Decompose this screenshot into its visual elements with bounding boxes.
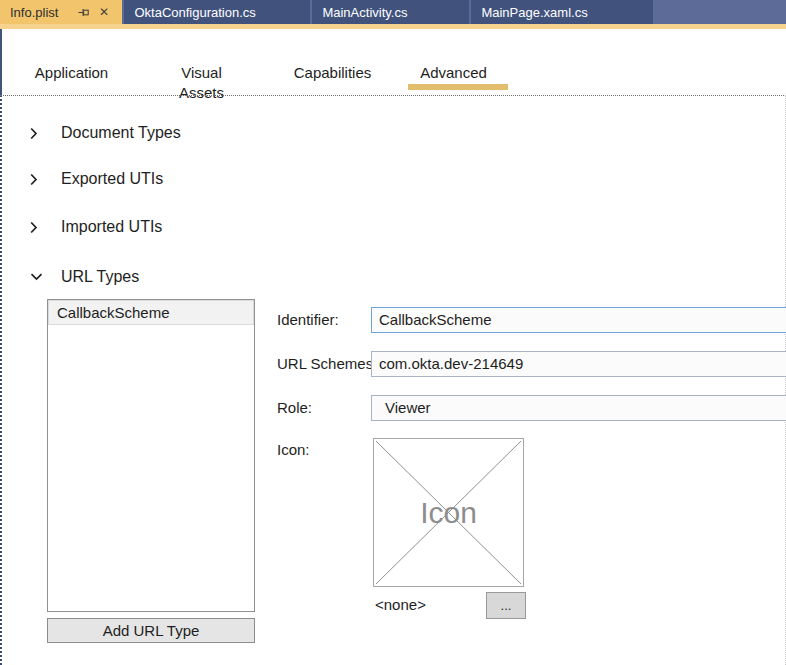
tab-label: MainActivity.cs — [322, 5, 407, 20]
close-icon[interactable]: ✕ — [95, 4, 112, 21]
chevron-right-icon — [30, 173, 44, 186]
pin-icon[interactable] — [75, 4, 92, 21]
plist-editor-content: Application Visual Assets Capabilities A… — [0, 29, 786, 665]
role-label: Role: — [277, 399, 312, 416]
identifier-input[interactable]: CallbackScheme — [371, 307, 786, 333]
tab-info-plist[interactable]: Info.plist ✕ — [0, 0, 122, 24]
add-url-type-button[interactable]: Add URL Type — [47, 618, 255, 643]
icon-browse-button[interactable]: ... — [486, 592, 526, 619]
tab-visual-assets[interactable]: Visual Assets — [160, 63, 243, 83]
tab-advanced[interactable]: Advanced — [417, 63, 490, 83]
chevron-right-icon — [30, 221, 44, 234]
icon-label: Icon: — [277, 441, 310, 458]
tab-label: MainPage.xaml.cs — [481, 5, 587, 20]
chevron-right-icon — [30, 127, 44, 140]
url-schemes-label: URL Schemes: — [277, 355, 377, 372]
selected-tab-underline — [408, 84, 508, 90]
icon-watermark-text: Icon — [374, 439, 523, 586]
url-types-listbox[interactable]: CallbackScheme — [47, 299, 255, 612]
section-label: Imported UTIs — [61, 218, 162, 236]
list-item-callbackscheme[interactable]: CallbackScheme — [48, 300, 254, 325]
section-label: URL Types — [61, 268, 139, 286]
section-imported-utis[interactable]: Imported UTIs — [30, 216, 162, 238]
tab-application[interactable]: Application — [33, 63, 110, 83]
section-document-types[interactable]: Document Types — [30, 122, 181, 144]
tab-okta-configuration[interactable]: OktaConfiguration.cs — [124, 0, 310, 24]
icon-placeholder-box[interactable]: Icon — [373, 438, 524, 587]
section-label: Exported UTIs — [61, 170, 163, 188]
tab-label: Info.plist — [10, 5, 58, 20]
section-label: Document Types — [61, 124, 181, 142]
chevron-down-icon — [30, 273, 44, 281]
icon-none-label: <none> — [375, 596, 426, 613]
role-input[interactable]: Viewer — [371, 395, 786, 421]
tab-capabilities[interactable]: Capabilities — [293, 63, 372, 83]
url-schemes-input[interactable]: com.okta.dev-214649 — [371, 351, 786, 377]
tab-label: OktaConfiguration.cs — [134, 5, 255, 20]
identifier-label: Identifier: — [277, 311, 339, 328]
document-tab-bar: Info.plist ✕ OktaConfiguration.cs MainAc… — [0, 0, 786, 24]
section-url-types[interactable]: URL Types — [30, 266, 139, 288]
editor-left-edge — [0, 29, 2, 95]
tab-main-page[interactable]: MainPage.xaml.cs — [471, 0, 653, 24]
section-exported-utis[interactable]: Exported UTIs — [30, 168, 163, 190]
tab-main-activity[interactable]: MainActivity.cs — [312, 0, 469, 24]
